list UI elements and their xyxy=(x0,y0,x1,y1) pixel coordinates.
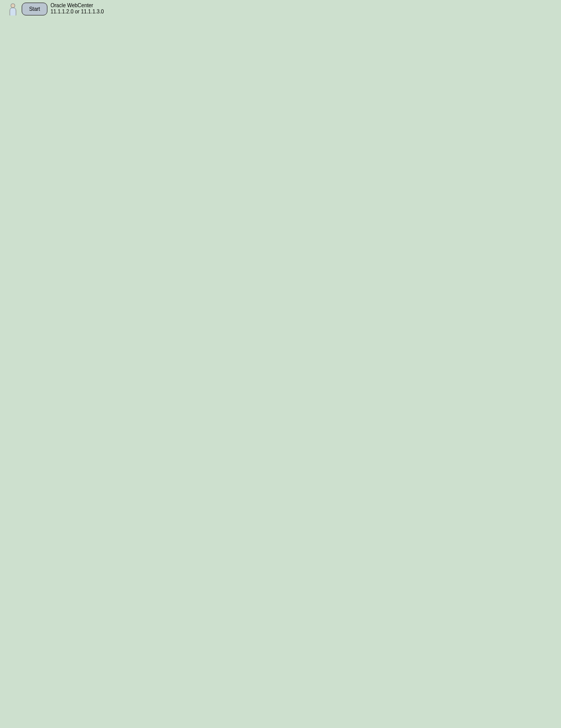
start-product-label: Oracle WebCenter11.1.1.2.0 or 11.1.1.3.0 xyxy=(51,3,104,15)
start-node: Start xyxy=(22,3,47,15)
person-start-icon xyxy=(8,3,18,15)
svg-point-0 xyxy=(11,4,15,8)
